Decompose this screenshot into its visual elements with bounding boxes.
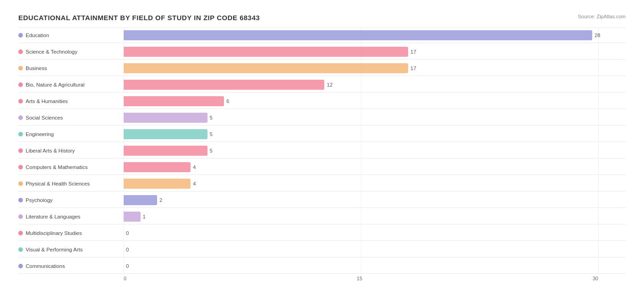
bar-dot bbox=[18, 82, 23, 87]
chart-container: EDUCATIONAL ATTAINMENT BY FIELD OF STUDY… bbox=[9, 9, 635, 289]
bar-row: Business17 bbox=[18, 60, 626, 76]
bar-row: Social Sciences5 bbox=[18, 110, 626, 125]
bar-label-text: Engineering bbox=[26, 131, 54, 137]
bar-label-area: Education bbox=[18, 33, 124, 38]
bar-label-text: Multidisciplinary Studies bbox=[26, 230, 82, 236]
bar-track: 5 bbox=[124, 126, 626, 142]
bar-track: 28 bbox=[124, 28, 626, 43]
bar-dot bbox=[18, 198, 23, 202]
x-tick-label: 30 bbox=[593, 276, 598, 281]
bar-row: Bio, Nature & Agricultural12 bbox=[18, 77, 626, 93]
bar-dot bbox=[18, 66, 23, 71]
bar-value-label: 5 bbox=[210, 115, 213, 120]
bar-row: Communications0 bbox=[18, 258, 626, 274]
bar-fill bbox=[124, 146, 207, 156]
bar-dot bbox=[18, 132, 23, 136]
bar-label-area: Literature & Languages bbox=[18, 214, 124, 219]
x-tick-label: 0 bbox=[124, 276, 126, 281]
bar-row: Arts & Humanities6 bbox=[18, 93, 626, 109]
bar-label-area: Visual & Performing Arts bbox=[18, 247, 124, 252]
bar-value-label: 5 bbox=[210, 131, 213, 137]
bar-label-area: Computers & Mathematics bbox=[18, 164, 124, 170]
bar-fill bbox=[124, 30, 592, 40]
bar-label-area: Social Sciences bbox=[18, 115, 124, 120]
bar-value-label: 5 bbox=[210, 148, 213, 153]
bar-label-area: Science & Technology bbox=[18, 49, 124, 55]
bar-label-text: Physical & Health Sciences bbox=[26, 181, 90, 186]
bar-row: Liberal Arts & History5 bbox=[18, 143, 626, 158]
bar-dot bbox=[18, 33, 23, 38]
bar-dot bbox=[18, 165, 23, 169]
bar-fill bbox=[124, 47, 408, 57]
bar-label-area: Engineering bbox=[18, 131, 124, 137]
bar-label-area: Bio, Nature & Agricultural bbox=[18, 82, 124, 87]
bar-dot bbox=[18, 115, 23, 120]
bar-track: 5 bbox=[124, 143, 626, 158]
bar-label-text: Arts & Humanities bbox=[26, 98, 68, 104]
bar-label-text: Business bbox=[26, 65, 47, 71]
bar-dot bbox=[18, 231, 23, 235]
bar-track: 17 bbox=[124, 44, 626, 59]
bar-value-label: 6 bbox=[226, 98, 229, 104]
bar-row: Computers & Mathematics4 bbox=[18, 159, 626, 175]
bar-track: 0 bbox=[124, 242, 626, 257]
bar-value-label: 4 bbox=[193, 181, 196, 186]
bar-label-text: Science & Technology bbox=[26, 49, 77, 55]
bar-label-text: Computers & Mathematics bbox=[26, 164, 88, 170]
bar-label-area: Communications bbox=[18, 263, 124, 269]
bar-row: Visual & Performing Arts0 bbox=[18, 242, 626, 257]
bar-label-area: Liberal Arts & History bbox=[18, 148, 124, 153]
bar-row: Engineering5 bbox=[18, 126, 626, 142]
bar-label-text: Liberal Arts & History bbox=[26, 148, 75, 153]
bar-track: 4 bbox=[124, 176, 626, 191]
bar-label-text: Psychology bbox=[26, 197, 53, 203]
bar-value-label: 1 bbox=[143, 214, 146, 219]
bar-value-label: 2 bbox=[159, 197, 162, 203]
bar-fill bbox=[124, 63, 408, 73]
bar-track: 4 bbox=[124, 159, 626, 174]
bar-label-text: Social Sciences bbox=[26, 115, 63, 120]
bar-dot bbox=[18, 148, 23, 153]
bar-row: Education28 bbox=[18, 27, 626, 43]
bar-fill bbox=[124, 195, 157, 205]
bar-dot bbox=[18, 49, 23, 54]
bar-label-text: Literature & Languages bbox=[26, 214, 81, 219]
bar-label-area: Business bbox=[18, 65, 124, 71]
source-label: Source: ZipAtlas.com bbox=[578, 14, 626, 19]
bar-label-area: Psychology bbox=[18, 197, 124, 203]
bar-label-text: Communications bbox=[26, 263, 65, 269]
x-axis: 01530 bbox=[18, 276, 626, 281]
bar-value-label: 0 bbox=[126, 263, 129, 269]
bar-dot bbox=[18, 264, 23, 268]
bar-dot bbox=[18, 181, 23, 186]
bar-row: Science & Technology17 bbox=[18, 44, 626, 60]
bar-row: Psychology2 bbox=[18, 192, 626, 208]
bar-fill bbox=[124, 80, 324, 90]
bar-label-area: Multidisciplinary Studies bbox=[18, 230, 124, 236]
bar-dot bbox=[18, 214, 23, 219]
bar-value-label: 0 bbox=[126, 230, 129, 236]
bar-value-label: 4 bbox=[193, 164, 196, 170]
bar-fill bbox=[124, 212, 141, 222]
bar-value-label: 28 bbox=[595, 33, 600, 38]
bar-row: Multidisciplinary Studies0 bbox=[18, 225, 626, 241]
bar-track: 1 bbox=[124, 209, 626, 224]
bar-track: 5 bbox=[124, 110, 626, 125]
x-tick-label: 15 bbox=[357, 276, 362, 281]
bar-value-label: 17 bbox=[410, 65, 416, 71]
chart-title: EDUCATIONAL ATTAINMENT BY FIELD OF STUDY… bbox=[18, 14, 260, 22]
bar-track: 0 bbox=[124, 258, 626, 273]
bar-fill bbox=[124, 113, 207, 123]
bar-fill bbox=[124, 96, 224, 106]
bar-fill bbox=[124, 179, 191, 189]
bar-track: 17 bbox=[124, 60, 626, 76]
bar-fill bbox=[124, 162, 191, 172]
bar-label-text: Visual & Performing Arts bbox=[26, 247, 82, 252]
bar-row: Literature & Languages1 bbox=[18, 209, 626, 224]
bar-value-label: 0 bbox=[126, 247, 129, 252]
bar-track: 2 bbox=[124, 192, 626, 207]
x-axis-labels: 01530 bbox=[124, 276, 626, 281]
bar-label-area: Arts & Humanities bbox=[18, 98, 124, 104]
bar-fill bbox=[124, 129, 207, 139]
bar-dot bbox=[18, 247, 23, 252]
